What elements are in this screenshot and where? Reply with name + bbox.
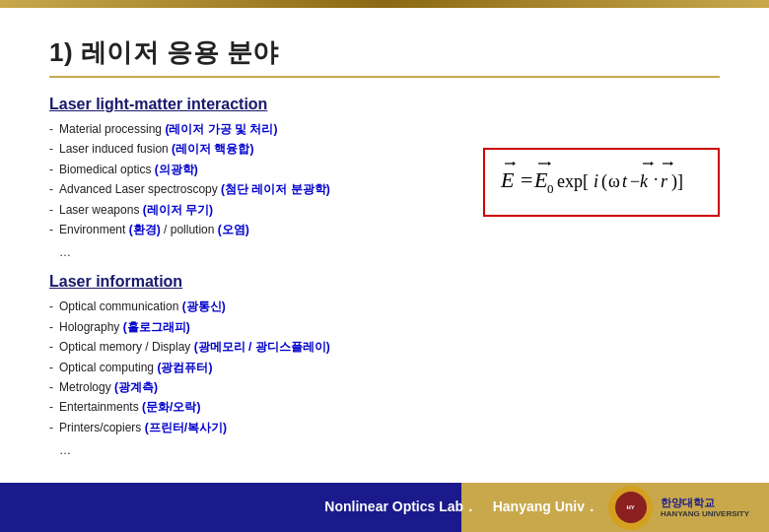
main-content: 1) 레이저 응용 분야 Laser light-matter interact…	[0, 8, 769, 483]
university-text-block: 한양대학교 HANYANG UNIVERSITY	[661, 496, 749, 520]
svg-marker-19	[670, 162, 673, 166]
svg-text:E: E	[500, 167, 515, 192]
slide-title: 1) 레이저 응용 분야	[49, 35, 720, 70]
svg-text:0: 0	[547, 181, 554, 196]
section1-heading: Laser light-matter interaction	[49, 96, 720, 113]
svg-marker-1	[513, 162, 516, 166]
svg-text:·: ·	[654, 169, 659, 189]
university-name: Hanyang Univ．	[493, 499, 598, 514]
svg-text:exp[: exp[	[557, 171, 589, 191]
svg-text:(: (	[601, 171, 607, 192]
list-item: Holography (홀로그래피)	[49, 317, 720, 337]
lab-name: Nonlinear Optics Lab．	[324, 499, 477, 514]
logo-area: HY 한양대학교 HANYANG UNIVERSITY	[608, 486, 749, 530]
list-item: Metrology (광계측)	[49, 377, 720, 397]
svg-marker-15	[651, 162, 654, 166]
list-item: Optical computing (광컴퓨터)	[49, 358, 720, 377]
section2-list: Optical communication (광통신) Holography (…	[49, 297, 720, 437]
top-bar	[0, 0, 769, 8]
logo-text: HY	[626, 504, 634, 510]
list-item: Printers/copiers (프린터/복사기)	[49, 418, 720, 437]
list-item: Optical memory / Display (광메모리 / 광디스플레이)	[49, 337, 720, 357]
section2-heading: Laser information	[49, 273, 720, 291]
svg-text:=: =	[521, 167, 532, 192]
svg-text:−: −	[630, 171, 640, 191]
list-item: Environment (환경) / pollution (오염)	[49, 220, 720, 239]
svg-text:r: r	[661, 171, 668, 191]
section2-ellipsis: …	[49, 443, 720, 457]
svg-text:k: k	[640, 171, 649, 191]
svg-marker-5	[548, 162, 551, 166]
logo-circle: HY	[608, 486, 653, 530]
slide-container: 1) 레이저 응용 분야 Laser light-matter interact…	[0, 0, 769, 532]
title-underline	[49, 76, 720, 78]
formula-box: E = E 0 exp[ i ( ω t − k ·	[483, 148, 720, 217]
formula-svg: E = E 0 exp[ i ( ω t − k ·	[493, 156, 710, 210]
footer-lab-text: Nonlinear Optics Lab． Hanyang Univ．	[324, 499, 598, 516]
english-university-name: HANYANG UNIVERSITY	[661, 509, 749, 519]
bottom-bar: Nonlinear Optics Lab． Hanyang Univ． HY 한…	[0, 483, 769, 532]
list-item: Optical communication (광통신)	[49, 297, 720, 316]
logo-inner-circle: HY	[615, 492, 647, 523]
list-item: Material processing (레이저 가공 및 처리)	[49, 119, 720, 139]
svg-text:E: E	[533, 167, 548, 192]
svg-text:t: t	[622, 171, 628, 191]
section1-ellipsis: …	[49, 245, 720, 259]
svg-text:i: i	[594, 171, 598, 191]
svg-text:ω: ω	[608, 171, 620, 191]
svg-text:)]: )]	[671, 171, 683, 192]
korean-university-name: 한양대학교	[661, 496, 749, 509]
list-item: Entertainments (문화/오락)	[49, 397, 720, 417]
